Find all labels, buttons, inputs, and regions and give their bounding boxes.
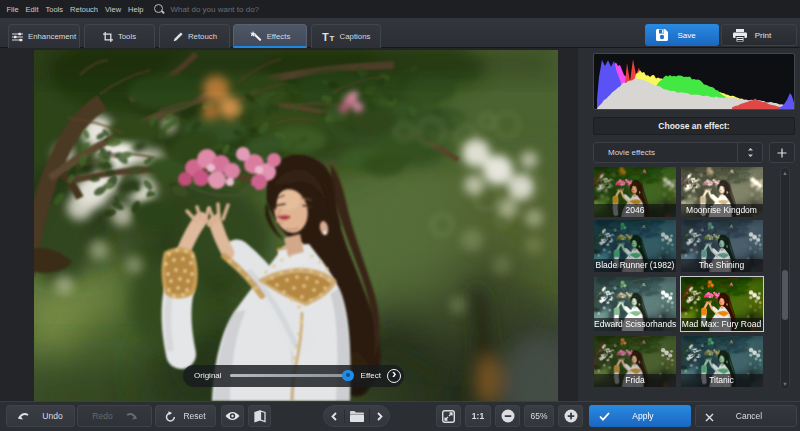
- svg-text:T: T: [322, 32, 329, 42]
- svg-text:T: T: [329, 34, 334, 42]
